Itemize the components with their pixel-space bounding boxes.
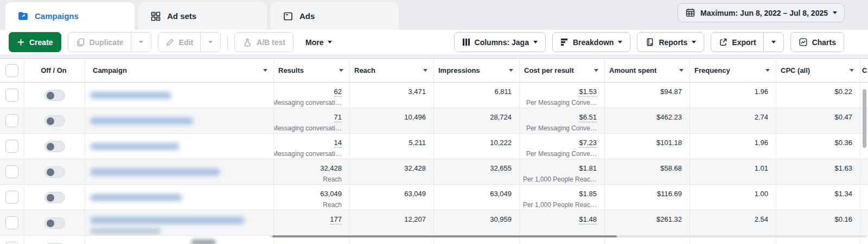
cost-per-result-cell: $1.48 <box>520 210 605 235</box>
row-checkbox[interactable] <box>5 89 18 102</box>
charts-icon <box>799 37 808 47</box>
impressions-cell: 32,655 <box>434 159 520 184</box>
campaign-name-link[interactable] <box>90 168 220 176</box>
impressions-cell: 63,049 <box>434 185 520 210</box>
charts-button[interactable]: Charts <box>790 32 844 52</box>
columns-button[interactable]: Columns: Jaga <box>454 32 546 52</box>
duplicate-button[interactable]: Duplicate <box>68 33 131 52</box>
cpc-cell: $0.22 <box>776 83 860 108</box>
cost-per-result-cell: $6.51Per Messaging Conve… <box>520 108 605 133</box>
tab-ads-label: Ads <box>299 11 315 21</box>
row-toggle-cell <box>24 108 85 133</box>
export-button[interactable]: Export <box>711 33 763 52</box>
row-toggle-cell <box>24 185 85 210</box>
table-row: 177 12,207 30,959 $1.48 $261.32 2.54 $0.… <box>0 210 868 236</box>
plus-icon <box>17 38 25 46</box>
chevron-down-icon <box>509 69 513 72</box>
chevron-down-icon <box>679 69 684 72</box>
edit-button[interactable]: Edit <box>158 33 200 52</box>
reach-cell: 12,207 <box>350 210 434 235</box>
row-checkbox[interactable] <box>5 216 18 229</box>
results-cell: 32,428Reach <box>274 159 350 184</box>
campaign-toggle[interactable] <box>44 166 65 178</box>
reach-cell: 10,496 <box>350 108 434 133</box>
header-amount-spent[interactable]: Amount spent <box>605 59 690 82</box>
edit-dropdown-button[interactable] <box>200 33 220 52</box>
date-range-label: Maximum: Jun 8, 2022 – Jul 8, 2025 <box>700 9 828 17</box>
ab-test-button[interactable]: A/B test <box>234 32 293 52</box>
horizontal-scrollbar-thumb[interactable] <box>272 235 617 237</box>
export-dropdown-button[interactable] <box>763 33 783 52</box>
campaign-name-link[interactable] <box>90 194 182 201</box>
reports-button[interactable]: Reports <box>637 32 704 52</box>
campaign-name-link[interactable] <box>90 143 180 150</box>
results-cell: 63,049Reach <box>274 185 350 210</box>
header-frequency[interactable]: Frequency <box>690 59 776 82</box>
campaign-toggle[interactable] <box>44 115 65 127</box>
row-checkbox[interactable] <box>5 165 18 178</box>
tab-ad-sets[interactable]: Ad sets <box>138 2 267 30</box>
chevron-down-icon <box>618 41 622 43</box>
results-cell: 177 <box>274 210 350 235</box>
vertical-scrollbar-thumb[interactable] <box>863 89 866 148</box>
pencil-icon <box>165 37 175 47</box>
select-all-checkbox[interactable] <box>5 64 18 77</box>
cost-per-result-cell: $1.53Per Messaging Conve… <box>520 83 605 108</box>
table-row: 71Messaging conversati… 10,496 28,724 $6… <box>0 108 868 134</box>
header-campaign[interactable]: Campaign <box>85 59 274 82</box>
campaign-toggle[interactable] <box>44 90 65 101</box>
columns-icon <box>462 38 470 46</box>
row-select-cell <box>0 236 24 244</box>
frequency-cell: 2.54 <box>690 210 776 235</box>
header-cost-per-result[interactable]: Cost per result <box>520 59 605 82</box>
breakdown-button[interactable]: Breakdown <box>552 32 630 52</box>
duplicate-icon <box>75 37 85 47</box>
campaign-toggle[interactable] <box>44 192 65 203</box>
create-button[interactable]: Create <box>9 32 61 52</box>
header-next-clipped: C <box>860 59 868 82</box>
export-split-button: Export <box>711 32 783 52</box>
tab-campaigns[interactable]: Campaigns <box>5 2 135 30</box>
campaign-name-link[interactable] <box>90 217 245 224</box>
campaign-name-link[interactable] <box>90 117 193 124</box>
row-checkbox[interactable] <box>5 140 18 153</box>
table-row: 32,428Reach 32,428 32,655 $1.81Per 1,000… <box>0 159 868 185</box>
campaign-toggle[interactable] <box>44 217 65 229</box>
campaigns-table: Off / On Campaign Results Reach Impressi… <box>0 58 868 244</box>
toolbar-divider <box>227 35 228 49</box>
toggle-knob <box>47 143 54 151</box>
campaign-name-cell <box>85 108 274 133</box>
campaign-name-link[interactable] <box>90 92 171 99</box>
reach-cell: 32,428 <box>350 159 434 184</box>
row-checkbox[interactable] <box>5 114 18 127</box>
header-off-on: Off / On <box>24 59 85 82</box>
row-toggle-cell <box>24 159 85 184</box>
header-impressions[interactable]: Impressions <box>434 59 520 82</box>
row-checkbox[interactable] <box>5 191 18 204</box>
more-button[interactable]: More <box>300 38 337 47</box>
results-cell: 71Messaging conversati… <box>274 108 350 133</box>
duplicate-dropdown-button[interactable] <box>131 33 151 52</box>
impressions-cell: 6,811 <box>434 83 520 108</box>
table-row: 14Messaging conversati… 5,211 10,222 $7.… <box>0 134 868 159</box>
tab-ads[interactable]: Ads <box>271 2 399 30</box>
campaign-name-cell <box>85 159 274 184</box>
campaign-toggle[interactable] <box>44 141 65 152</box>
toggle-knob <box>47 168 54 176</box>
row-checkbox[interactable] <box>5 242 18 244</box>
date-range-button[interactable]: Maximum: Jun 8, 2022 – Jul 8, 2025 <box>678 3 845 22</box>
row-select-cell <box>0 185 24 210</box>
chevron-down-icon <box>850 69 854 72</box>
cpc-cell: $0.36 <box>776 134 860 159</box>
row-select-cell <box>0 159 24 184</box>
calendar-icon <box>685 8 695 18</box>
header-results[interactable]: Results <box>274 59 350 82</box>
header-cpc[interactable]: CPC (all) <box>776 59 860 82</box>
table-row: 63,049Reach 63,049 63,049 $1.85Per 1,000… <box>0 185 868 210</box>
reach-cell: 5,211 <box>350 134 434 159</box>
chevron-down-icon <box>765 69 770 72</box>
header-reach[interactable]: Reach <box>350 59 434 82</box>
row-toggle-cell <box>24 210 85 235</box>
toolbar-table-gap <box>0 54 868 58</box>
row-select-cell <box>0 210 24 235</box>
